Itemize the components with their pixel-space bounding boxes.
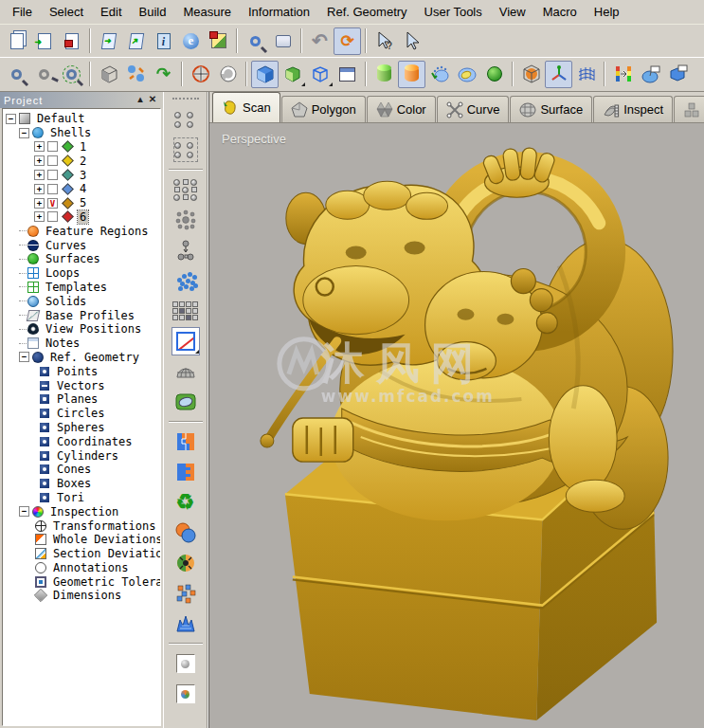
tree-item-label[interactable]: Points bbox=[55, 365, 99, 378]
project-tree[interactable]: −Default −Shells +1 +2 +3 +4 +V5 +6 Feat… bbox=[2, 108, 161, 726]
tree-item-label[interactable]: 3 bbox=[78, 169, 88, 182]
tree-item-ref-geometry[interactable]: −Ref. Geometry bbox=[3, 351, 160, 365]
rotate-view-icon[interactable] bbox=[214, 61, 242, 88]
wireframe-box-menu-icon[interactable] bbox=[306, 61, 334, 88]
fit-region-icon[interactable] bbox=[171, 388, 200, 416]
scatter-cubes-icon[interactable] bbox=[171, 579, 200, 608]
tree-item-label[interactable]: Shells bbox=[48, 126, 93, 139]
tree-item-default[interactable]: −Default bbox=[3, 112, 160, 126]
tree-item-label[interactable]: Spheres bbox=[55, 421, 107, 434]
tree-item-section-deviations[interactable]: Section Deviatio bbox=[3, 547, 160, 561]
menu-macro[interactable]: Macro bbox=[534, 0, 586, 24]
tree-expander-icon[interactable]: − bbox=[19, 128, 29, 138]
tree-item-solids[interactable]: Solids bbox=[3, 294, 160, 308]
align-scans-icon[interactable] bbox=[171, 105, 200, 134]
boolean-merge-icon[interactable] bbox=[171, 458, 200, 486]
save-image-icon[interactable] bbox=[205, 27, 232, 55]
tree-expander-icon[interactable]: − bbox=[6, 114, 16, 124]
sphere-view-icon[interactable] bbox=[480, 61, 508, 88]
tree-item-label[interactable]: Curves bbox=[44, 239, 88, 252]
region-mode-icon[interactable] bbox=[453, 61, 480, 88]
rewrap-mesh-icon[interactable]: ♻ bbox=[171, 488, 200, 517]
point-sampling-icon[interactable] bbox=[171, 236, 200, 264]
tree-item-label[interactable]: Default bbox=[35, 112, 87, 125]
project-panel-header[interactable]: Project ▴ ✕ bbox=[0, 92, 163, 108]
new-document-icon[interactable] bbox=[3, 27, 30, 55]
tab-inspect[interactable]: Inspect bbox=[593, 96, 673, 122]
square-grid-icon[interactable] bbox=[171, 297, 200, 325]
menu-edit[interactable]: Edit bbox=[92, 0, 130, 24]
tree-expander-icon[interactable]: + bbox=[34, 141, 45, 152]
tree-item-boxes[interactable]: Boxes bbox=[3, 477, 160, 491]
package-box-icon[interactable] bbox=[269, 27, 297, 55]
tree-item-whole-deviations[interactable]: Whole Deviations bbox=[3, 533, 160, 547]
tree-expander-icon[interactable]: + bbox=[34, 184, 45, 194]
tree-item-label[interactable]: 4 bbox=[78, 182, 88, 195]
tree-item-planes[interactable]: Planes bbox=[3, 392, 160, 407]
tab-polygon[interactable]: Polygon bbox=[281, 96, 366, 122]
tree-item-circles[interactable]: Circles bbox=[3, 407, 160, 421]
tree-item-templates[interactable]: Templates bbox=[3, 281, 160, 295]
merge-scans-icon[interactable] bbox=[171, 175, 200, 204]
help-cursor-icon[interactable]: ? bbox=[370, 27, 398, 55]
tree-item-vectors[interactable]: Vectors bbox=[3, 378, 160, 392]
tree-expander-icon[interactable]: − bbox=[19, 506, 29, 517]
tree-item-label[interactable]: Transformations bbox=[51, 519, 157, 533]
tree-item-label[interactable]: Templates bbox=[44, 281, 109, 294]
tree-item-label[interactable]: 2 bbox=[78, 155, 88, 168]
tree-item-geometric-tolerances[interactable]: Geometric Tolera bbox=[3, 574, 160, 589]
tree-item-label[interactable]: Circles bbox=[55, 407, 107, 420]
shell-checkbox[interactable]: V bbox=[47, 198, 58, 209]
shell-checkbox[interactable] bbox=[47, 211, 58, 222]
tree-item-label[interactable]: Surfaces bbox=[44, 252, 102, 265]
tree-item-annotations[interactable]: Annotations bbox=[3, 561, 160, 575]
zoom-rotate-icon[interactable] bbox=[30, 61, 58, 88]
tree-item-label[interactable]: Dimensions bbox=[51, 589, 123, 602]
zoom-window-icon[interactable] bbox=[58, 61, 85, 88]
tab-scan[interactable]: Scan bbox=[212, 92, 280, 122]
shell-checkbox[interactable] bbox=[47, 141, 58, 152]
annotation-balloon-icon[interactable] bbox=[637, 61, 664, 88]
tree-item-points[interactable]: Points bbox=[3, 364, 160, 378]
tree-item-shells[interactable]: −Shells bbox=[3, 126, 160, 140]
tree-item-transformations[interactable]: Transformations bbox=[3, 519, 160, 533]
tab-feature[interactable]: Feature bbox=[674, 96, 704, 122]
tree-item-shell-3[interactable]: +3 bbox=[3, 168, 160, 182]
file-information-icon[interactable]: i bbox=[150, 27, 177, 55]
tree-item-label[interactable]: Ref. Geometry bbox=[48, 351, 141, 364]
tree-item-coordinates[interactable]: Coordinates bbox=[3, 434, 160, 448]
deviation-colormap-icon[interactable] bbox=[609, 61, 637, 88]
tree-item-label[interactable]: Coordinates bbox=[55, 435, 134, 448]
viewport-canvas[interactable]: 沐风网 www.mfcad.com Perspective bbox=[209, 123, 704, 728]
tree-expander-icon[interactable]: + bbox=[34, 170, 45, 180]
menu-view[interactable]: View bbox=[491, 0, 534, 24]
healing-wizard-icon[interactable] bbox=[171, 549, 200, 577]
menu-select[interactable]: Select bbox=[41, 0, 92, 24]
redo-refresh-icon[interactable]: ⟳ bbox=[334, 27, 361, 55]
shell-checkbox[interactable] bbox=[47, 170, 58, 180]
tree-item-shell-6[interactable]: +6 bbox=[3, 210, 160, 225]
mesh-grid-icon[interactable] bbox=[572, 61, 600, 88]
shaded-view-icon[interactable] bbox=[251, 61, 279, 88]
tree-item-notes[interactable]: Notes bbox=[3, 337, 160, 351]
menu-ref-geometry[interactable]: Ref. Geometry bbox=[318, 0, 416, 24]
tree-item-label[interactable]: 6 bbox=[78, 210, 88, 224]
tree-item-label[interactable]: Planes bbox=[55, 392, 99, 406]
tree-item-inspection[interactable]: −Inspection bbox=[3, 504, 160, 519]
tree-item-label[interactable]: Feature Regions bbox=[44, 225, 150, 238]
tree-item-label[interactable]: Whole Deviations bbox=[51, 533, 161, 546]
tree-item-label[interactable]: Base Profiles bbox=[44, 309, 136, 322]
tree-item-label[interactable]: 5 bbox=[78, 196, 88, 209]
tree-item-label[interactable]: Notes bbox=[44, 337, 81, 350]
tree-item-label[interactable]: 1 bbox=[78, 140, 88, 154]
tree-item-cylinders[interactable]: Cylinders bbox=[3, 448, 160, 463]
tree-item-label[interactable]: Inspection bbox=[48, 505, 120, 519]
save-file-icon[interactable] bbox=[58, 27, 85, 55]
menu-file[interactable]: File bbox=[4, 0, 41, 24]
tree-expander-icon[interactable]: + bbox=[34, 211, 45, 222]
tree-item-label[interactable]: Boxes bbox=[55, 477, 93, 490]
tree-item-label[interactable]: Tori bbox=[55, 491, 86, 504]
menu-build[interactable]: Build bbox=[131, 0, 175, 24]
tree-item-feature-regions[interactable]: Feature Regions bbox=[3, 224, 160, 238]
global-registration-icon[interactable] bbox=[171, 136, 200, 164]
